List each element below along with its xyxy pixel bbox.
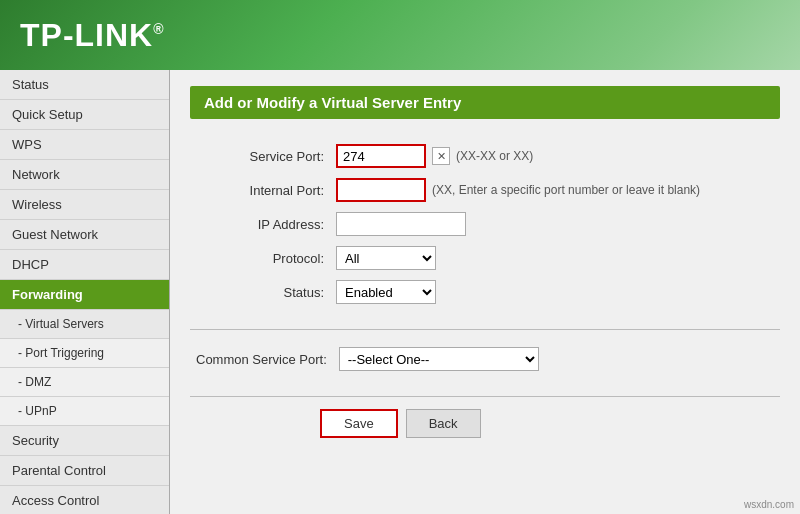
form-table: Service Port: ✕ (XX-XX or XX) Internal P… [190, 139, 780, 309]
service-port-label: Service Port: [190, 139, 330, 173]
status-select[interactable]: Enabled Disabled [336, 280, 436, 304]
sidebar-item-security[interactable]: Security [0, 426, 169, 456]
sidebar-item-parental-control[interactable]: Parental Control [0, 456, 169, 486]
ip-address-row: IP Address: [190, 207, 780, 241]
sidebar: Status Quick Setup WPS Network Wireless … [0, 70, 170, 514]
internal-port-cell: (XX, Enter a specific port number or lea… [330, 173, 780, 207]
protocol-cell: All TCP UDP TCP/UDP [330, 241, 780, 275]
back-button[interactable]: Back [406, 409, 481, 438]
service-port-input[interactable] [336, 144, 426, 168]
service-port-hint: (XX-XX or XX) [456, 149, 533, 163]
sidebar-item-wps[interactable]: WPS [0, 130, 169, 160]
common-service-row: Common Service Port: --Select One-- FTP … [190, 342, 780, 376]
trademark: ® [153, 21, 164, 37]
internal-port-input[interactable] [336, 178, 426, 202]
service-port-row: Service Port: ✕ (XX-XX or XX) [190, 139, 780, 173]
content-area: Add or Modify a Virtual Server Entry Ser… [170, 70, 800, 514]
status-label: Status: [190, 275, 330, 309]
logo: TP-LINK® [20, 17, 165, 54]
internal-port-input-group: (XX, Enter a specific port number or lea… [336, 178, 774, 202]
header: TP-LINK® [0, 0, 800, 70]
service-port-clear-button[interactable]: ✕ [432, 147, 450, 165]
sidebar-item-quick-setup[interactable]: Quick Setup [0, 100, 169, 130]
sidebar-item-access-control[interactable]: Access Control [0, 486, 169, 514]
sidebar-item-status[interactable]: Status [0, 70, 169, 100]
sidebar-item-upnp[interactable]: - UPnP [0, 397, 169, 426]
sidebar-item-wireless[interactable]: Wireless [0, 190, 169, 220]
button-row: Save Back [190, 409, 780, 438]
sidebar-item-dmz[interactable]: - DMZ [0, 368, 169, 397]
sidebar-item-forwarding[interactable]: Forwarding [0, 280, 169, 310]
internal-port-row: Internal Port: (XX, Enter a specific por… [190, 173, 780, 207]
save-button[interactable]: Save [320, 409, 398, 438]
internal-port-label: Internal Port: [190, 173, 330, 207]
button-separator [190, 396, 780, 397]
common-service-table: Common Service Port: --Select One-- FTP … [190, 342, 780, 376]
protocol-label: Protocol: [190, 241, 330, 275]
service-port-input-group: ✕ (XX-XX or XX) [336, 144, 774, 168]
logo-text: TP-LINK [20, 17, 153, 53]
watermark: wsxdn.com [744, 499, 794, 510]
sidebar-item-virtual-servers[interactable]: - Virtual Servers [0, 310, 169, 339]
common-service-cell: --Select One-- FTP HTTP HTTPS SMTP POP3 … [333, 342, 780, 376]
sidebar-item-dhcp[interactable]: DHCP [0, 250, 169, 280]
protocol-row: Protocol: All TCP UDP TCP/UDP [190, 241, 780, 275]
sidebar-item-guest-network[interactable]: Guest Network [0, 220, 169, 250]
status-row: Status: Enabled Disabled [190, 275, 780, 309]
sidebar-item-network[interactable]: Network [0, 160, 169, 190]
protocol-select[interactable]: All TCP UDP TCP/UDP [336, 246, 436, 270]
main-layout: Status Quick Setup WPS Network Wireless … [0, 70, 800, 514]
common-service-port-select[interactable]: --Select One-- FTP HTTP HTTPS SMTP POP3 … [339, 347, 539, 371]
ip-address-cell [330, 207, 780, 241]
sidebar-item-port-triggering[interactable]: - Port Triggering [0, 339, 169, 368]
form-separator [190, 329, 780, 330]
common-service-label: Common Service Port: [190, 342, 333, 376]
page-title: Add or Modify a Virtual Server Entry [190, 86, 780, 119]
internal-port-hint: (XX, Enter a specific port number or lea… [432, 183, 700, 197]
ip-address-input[interactable] [336, 212, 466, 236]
ip-address-label: IP Address: [190, 207, 330, 241]
service-port-cell: ✕ (XX-XX or XX) [330, 139, 780, 173]
status-cell: Enabled Disabled [330, 275, 780, 309]
